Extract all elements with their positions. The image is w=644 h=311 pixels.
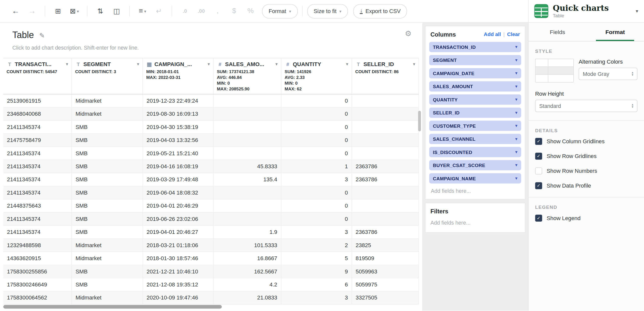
manage-columns-button[interactable]: ◫ [109, 4, 125, 18]
format-dropdown-button[interactable]: Format ▾ [262, 4, 298, 18]
decimal-decrease-button[interactable]: .0 [177, 4, 193, 18]
pill-caret-icon[interactable]: ▾ [515, 123, 517, 128]
clear-link[interactable]: Clear [507, 32, 520, 37]
field-pill-sales_channel[interactable]: SALES_CHANNEL▾ [429, 134, 521, 144]
pill-caret-icon[interactable]: ▾ [515, 84, 517, 89]
column-header-quantity[interactable]: #QUANTITY▾SUM: 141926AVG: 2.33MIN: 0MAX:… [281, 58, 352, 94]
table-cell [352, 134, 419, 146]
currency-format-button[interactable]: $ [226, 4, 242, 18]
option-show-column-gridlines[interactable]: ✓Show Column Gridlines [535, 138, 637, 145]
checkbox-icon[interactable]: ✓ [535, 182, 542, 189]
back-icon: ← [12, 7, 20, 16]
columns-panel-title: Columns [431, 31, 456, 38]
size-to-fit-button[interactable]: Size to fit ▾ [307, 4, 348, 18]
field-pill-is_discounted[interactable]: IS_DISCOUNTED▾ [429, 147, 521, 157]
column-stat: MIN: 2018-01-01 [146, 69, 210, 74]
pill-caret-icon[interactable]: ▾ [515, 136, 517, 141]
decimal-increase-icon: .00 [198, 8, 205, 14]
pill-caret-icon[interactable]: ▾ [515, 176, 517, 181]
table-row: 21411345374SMB2019-06-26 23:02:060 [3, 213, 419, 226]
align-button[interactable]: ≡ ▾ [134, 4, 151, 18]
column-menu-caret-icon[interactable]: ▾ [274, 62, 278, 67]
table-cell: 16.8667 [213, 252, 281, 265]
export-csv-button[interactable]: ↓ Export to CSV [353, 4, 407, 18]
back-button[interactable]: ← [8, 4, 24, 18]
vertical-scrollbar[interactable] [418, 111, 421, 131]
pill-caret-icon[interactable]: ▾ [515, 110, 517, 115]
chart-type-label: Table [553, 13, 609, 18]
pill-caret-icon[interactable]: ▾ [515, 57, 517, 63]
checkbox-icon[interactable]: ✓ [535, 215, 542, 222]
column-menu-caret-icon[interactable]: ▾ [344, 62, 348, 67]
option-show-row-gridlines[interactable]: ✓Show Row Gridlines [535, 153, 637, 160]
column-menu-caret-icon[interactable]: ▾ [64, 62, 68, 67]
columns-add-fields-dropzone[interactable]: Add fields here... [429, 186, 521, 194]
duplicate-remove-button[interactable]: ⊠ ▾ [66, 4, 83, 18]
table-cell: 2021-12-21 10:46:10 [143, 265, 213, 278]
table-cell: SMB [72, 134, 143, 146]
filters-panel-title: Filters [431, 208, 520, 215]
wrap-text-button[interactable]: ↵ [151, 4, 167, 18]
column-stat: MAX: 208525.90 [217, 86, 278, 92]
field-pill-campaign_date[interactable]: CAMPAIGN_DATE▾ [429, 68, 521, 78]
pill-caret-icon[interactable]: ▾ [515, 97, 517, 102]
option-show-data-profile[interactable]: ✓Show Data Profile [535, 182, 637, 189]
field-pill-segment[interactable]: SEGMENT▾ [429, 55, 521, 65]
pill-caret-icon[interactable]: ▾ [515, 44, 517, 50]
table-cell: 3327505 [352, 291, 419, 304]
checkbox-icon[interactable] [535, 168, 542, 175]
chart-title[interactable]: Table [12, 30, 34, 41]
field-pill-transaction_id[interactable]: TRANSACTION_ID▾ [429, 42, 521, 52]
table-cell [213, 94, 281, 107]
field-pill-campaign_name[interactable]: CAMPAIGN_NAME▾ [429, 173, 521, 184]
column-stat: AVG: 2.33 [285, 74, 348, 80]
columns-icon: ◫ [113, 7, 120, 15]
tab-format[interactable]: Format [586, 23, 644, 41]
row-height-select[interactable]: Standard ▴▾ [535, 100, 637, 112]
column-menu-caret-icon[interactable]: ▾ [135, 62, 139, 67]
add-all-link[interactable]: Add all [484, 32, 501, 37]
field-pill-customer_type[interactable]: CUSTOMER_TYPE▾ [429, 121, 521, 131]
column-stat: MAX: 2022-03-31 [146, 74, 210, 80]
table-cell: SMB [72, 200, 143, 212]
thousands-separator-button[interactable]: , [209, 4, 226, 18]
horizontal-scrollbar[interactable] [3, 305, 222, 309]
legend-options: ✓Show Legend [535, 215, 637, 222]
tab-fields[interactable]: Fields [528, 23, 586, 41]
table-header-row: TTRANSACTI...▾COUNT DISTINCT: 54547TSEGM… [3, 58, 419, 94]
duplicate-add-button[interactable]: ⊞ [50, 4, 66, 18]
pill-caret-icon[interactable]: ▾ [515, 149, 517, 155]
table-cell: Midmarket [72, 94, 143, 107]
field-pill-seller_id[interactable]: SELLER_ID▾ [429, 107, 521, 118]
option-show-row-numbers[interactable]: Show Row Numbers [535, 168, 637, 175]
field-pill-quantity[interactable]: QUANTITY▾ [429, 94, 521, 105]
column-header-sales-amo-[interactable]: #SALES_AMO...▾SUM: 17374121.38AVG: 446.8… [213, 58, 281, 94]
pill-caret-icon[interactable]: ▾ [515, 71, 517, 76]
field-pill-buyer_csat_score[interactable]: BUYER_CSAT_SCORE▾ [429, 160, 521, 170]
sort-rows-button[interactable]: ⇅ [92, 4, 109, 18]
pill-caret-icon[interactable]: ▾ [515, 163, 517, 168]
table-cell: 5 [281, 252, 352, 265]
table-cell: 2019-04-01 20:46:29 [143, 200, 213, 212]
percent-format-button[interactable]: % [242, 4, 259, 18]
alternating-colors-select[interactable]: Mode Gray ▴▾ [579, 68, 637, 80]
checkbox-icon[interactable]: ✓ [535, 153, 542, 160]
table-cell [352, 200, 419, 212]
column-header-segment[interactable]: TSEGMENT▾COUNT DISTINCT: 3 [72, 58, 143, 94]
decimal-increase-button[interactable]: .00 [193, 4, 209, 18]
column-header-transacti-[interactable]: TTRANSACTI...▾COUNT DISTINCT: 54547 [3, 58, 72, 94]
forward-button[interactable]: → [24, 4, 40, 18]
field-pill-sales_amount[interactable]: SALES_AMOUNT▾ [429, 81, 521, 92]
edit-pencil-icon[interactable]: ✎ [39, 31, 45, 39]
gear-icon[interactable]: ⚙ [405, 29, 411, 38]
option-show-legend[interactable]: ✓Show Legend [535, 215, 637, 222]
chart-type-switcher[interactable]: Quick charts Table ▾ [528, 0, 644, 22]
chart-description-placeholder[interactable]: Click to add chart description. Shift-en… [12, 45, 410, 51]
column-header-campaign-[interactable]: ▦CAMPAIGN_...▾MIN: 2018-01-01MAX: 2022-0… [143, 58, 213, 94]
field-pill-label: SELLER_ID [433, 110, 460, 115]
filters-add-fields-dropzone[interactable]: Add fields here... [431, 215, 520, 226]
column-header-seller-id[interactable]: TSELLER_ID▾COUNT DISTINCT: 86 [352, 58, 419, 94]
column-menu-caret-icon[interactable]: ▾ [411, 62, 415, 67]
column-menu-caret-icon[interactable]: ▾ [206, 62, 210, 67]
checkbox-icon[interactable]: ✓ [535, 138, 542, 145]
